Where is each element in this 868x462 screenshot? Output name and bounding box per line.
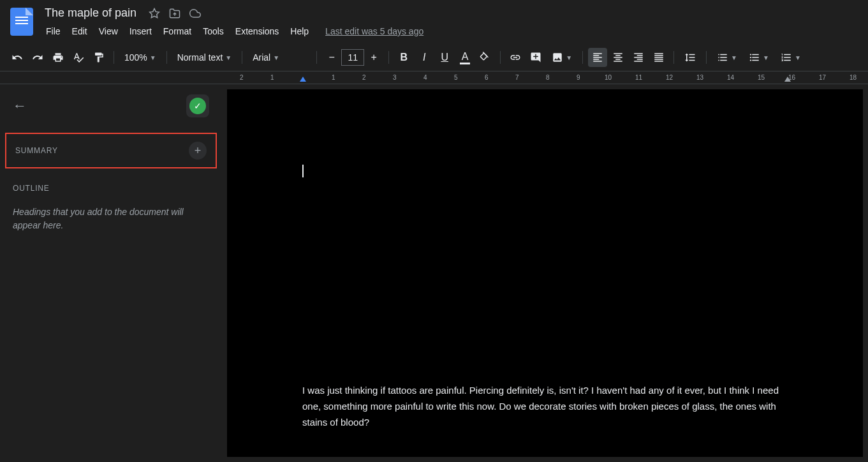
- underline-button[interactable]: U: [435, 48, 454, 67]
- align-justify-button[interactable]: [649, 48, 668, 67]
- ruler-tick: 15: [758, 74, 765, 81]
- style-value: Normal text: [177, 52, 223, 63]
- summary-section-highlighted[interactable]: SUMMARY +: [5, 133, 217, 168]
- indent-marker-icon[interactable]: [300, 77, 306, 82]
- summary-label: SUMMARY: [15, 146, 58, 155]
- decrease-font-size-button[interactable]: −: [322, 48, 341, 67]
- dropdown-arrow-icon: ▼: [795, 54, 801, 61]
- separator: [316, 51, 317, 64]
- menu-insert[interactable]: Insert: [124, 24, 157, 39]
- separator: [706, 51, 707, 64]
- star-icon[interactable]: [148, 7, 161, 20]
- insert-image-button[interactable]: ▼: [547, 49, 577, 66]
- app-header: The maple of pain File Edit View Insert …: [0, 0, 868, 39]
- add-comment-button[interactable]: [526, 48, 545, 67]
- bold-button[interactable]: B: [394, 48, 413, 67]
- docs-logo-icon[interactable]: [10, 8, 33, 36]
- document-body-text[interactable]: I was just thinking if tattoos are painf…: [302, 383, 787, 430]
- ruler-tick: 9: [577, 74, 580, 81]
- menu-file[interactable]: File: [41, 24, 66, 39]
- separator: [242, 51, 242, 64]
- undo-button[interactable]: [8, 48, 27, 67]
- separator: [500, 51, 501, 64]
- menu-format[interactable]: Format: [158, 24, 196, 39]
- numbered-list-button[interactable]: ▼: [776, 49, 806, 66]
- horizontal-ruler[interactable]: 2 1 1 2 3 4 5 6 7 8 9 10 11 12 13 14 15 …: [0, 71, 868, 84]
- spellcheck-button[interactable]: [69, 48, 88, 67]
- separator: [114, 51, 114, 64]
- ruler-tick: 12: [666, 74, 673, 81]
- bulleted-list-button[interactable]: ▼: [744, 49, 774, 66]
- add-summary-button[interactable]: +: [189, 142, 207, 160]
- ruler-tick: 18: [850, 74, 857, 81]
- separator: [388, 51, 389, 64]
- main-container: ← ✓ SUMMARY + OUTLINE Headings that you …: [0, 84, 868, 457]
- menu-edit[interactable]: Edit: [67, 24, 92, 39]
- move-folder-icon[interactable]: [168, 7, 181, 20]
- redo-button[interactable]: [28, 48, 47, 67]
- zoom-select[interactable]: 100% ▼: [119, 50, 161, 65]
- menu-view[interactable]: View: [94, 24, 123, 39]
- ruler-tick: 1: [270, 74, 274, 81]
- font-size-group: − +: [322, 48, 383, 67]
- ruler-tick: 13: [696, 74, 703, 81]
- outline-sidebar: ← ✓ SUMMARY + OUTLINE Headings that you …: [0, 84, 222, 457]
- ruler-tick: 5: [454, 74, 458, 81]
- ruler-tick: 7: [515, 74, 519, 81]
- ruler-tick: 10: [605, 74, 612, 81]
- print-button[interactable]: [48, 48, 68, 67]
- dropdown-arrow-icon: ▼: [763, 54, 769, 61]
- highlight-color-button[interactable]: [476, 48, 495, 67]
- svg-marker-0: [150, 8, 159, 17]
- text-color-button[interactable]: A: [455, 48, 474, 67]
- increase-font-size-button[interactable]: +: [364, 48, 383, 67]
- ruler-tick: 4: [423, 74, 427, 81]
- italic-button[interactable]: I: [415, 48, 434, 67]
- text-cursor: [302, 165, 304, 177]
- font-size-input[interactable]: [341, 49, 364, 66]
- outline-section: OUTLINE Headings that you add to the doc…: [13, 184, 209, 232]
- sidebar-top: ← ✓: [13, 94, 209, 117]
- menu-help[interactable]: Help: [285, 24, 314, 39]
- separator: [582, 51, 583, 64]
- dropdown-arrow-icon: ▼: [273, 54, 279, 61]
- plus-icon: +: [195, 144, 202, 158]
- back-arrow-icon[interactable]: ←: [13, 98, 27, 114]
- ruler-tick: 8: [546, 74, 550, 81]
- dropdown-arrow-icon: ▼: [225, 54, 232, 61]
- outline-label: OUTLINE: [13, 184, 209, 193]
- ruler-tick: 11: [635, 74, 642, 81]
- title-row: The maple of pain: [41, 5, 858, 21]
- document-editor[interactable]: I was just thinking if tattoos are painf…: [227, 89, 863, 457]
- menu-bar: File Edit View Insert Format Tools Exten…: [41, 24, 858, 39]
- align-right-button[interactable]: [629, 48, 648, 67]
- check-icon: ✓: [189, 98, 206, 114]
- separator: [673, 51, 674, 64]
- menu-tools[interactable]: Tools: [198, 24, 229, 39]
- paragraph-style-select[interactable]: Normal text ▼: [172, 50, 237, 65]
- line-spacing-button[interactable]: [679, 49, 701, 66]
- outline-empty-hint: Headings that you add to the document wi…: [13, 205, 209, 232]
- align-left-button[interactable]: [588, 48, 607, 67]
- last-edit-link[interactable]: Last edit was 5 days ago: [325, 26, 423, 36]
- dropdown-arrow-icon: ▼: [566, 54, 572, 61]
- font-value: Arial: [253, 52, 270, 63]
- dropdown-arrow-icon: ▼: [731, 54, 737, 61]
- outline-toggle-button[interactable]: ✓: [186, 94, 209, 117]
- checklist-button[interactable]: ▼: [712, 49, 742, 66]
- cloud-status-icon[interactable]: [189, 7, 202, 20]
- toolbar: 100% ▼ Normal text ▼ Arial ▼ − + B I U A…: [0, 44, 868, 71]
- ruler-tick: 1: [332, 74, 335, 81]
- header-content: The maple of pain File Edit View Insert …: [41, 5, 858, 39]
- right-margin-marker-icon[interactable]: [784, 77, 791, 82]
- insert-link-button[interactable]: [506, 48, 525, 67]
- font-family-select[interactable]: Arial ▼: [247, 50, 311, 65]
- document-title[interactable]: The maple of pain: [41, 5, 140, 21]
- zoom-value: 100%: [124, 52, 147, 63]
- paint-format-button[interactable]: [89, 48, 108, 67]
- menu-extensions[interactable]: Extensions: [230, 24, 284, 39]
- ruler-tick: 6: [485, 74, 489, 81]
- ruler-tick: 2: [362, 74, 366, 81]
- align-center-button[interactable]: [608, 48, 628, 67]
- dropdown-arrow-icon: ▼: [150, 54, 156, 61]
